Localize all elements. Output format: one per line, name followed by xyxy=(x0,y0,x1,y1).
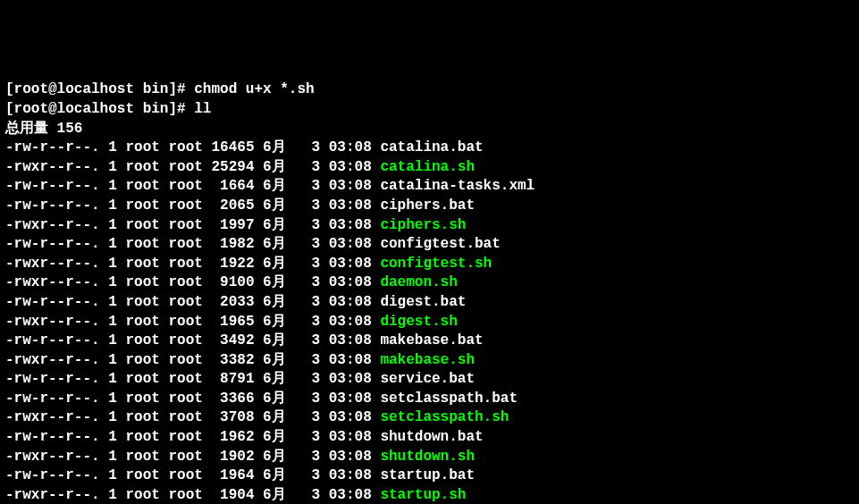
file-time: 03:08 xyxy=(329,217,372,233)
terminal-output[interactable]: [root@localhost bin]# chmod u+x *.sh[roo… xyxy=(5,80,854,504)
file-links: 1 xyxy=(108,371,117,387)
file-size: 3708 xyxy=(211,409,254,425)
file-size: 25294 xyxy=(211,159,254,175)
file-month: 6月 xyxy=(263,371,286,387)
file-name: ciphers.bat xyxy=(380,197,475,214)
file-size: 3382 xyxy=(211,352,254,368)
file-time: 03:08 xyxy=(329,256,372,272)
file-day: 3 xyxy=(294,294,320,310)
file-owner: root xyxy=(125,274,159,290)
file-owner: root xyxy=(125,332,159,349)
file-group: root xyxy=(168,314,202,330)
file-day: 3 xyxy=(294,449,320,465)
file-time: 03:08 xyxy=(329,467,372,483)
file-name: shutdown.sh xyxy=(380,449,475,465)
file-permissions: -rw-r--r--. xyxy=(5,332,100,349)
file-row: -rwxr--r--. 1 root root 1902 6月 3 03:08 … xyxy=(5,448,854,467)
file-month: 6月 xyxy=(263,391,286,407)
file-permissions: -rw-r--r--. xyxy=(5,139,100,155)
file-links: 1 xyxy=(108,217,117,233)
file-row: -rwxr--r--. 1 root root 9100 6月 3 03:08 … xyxy=(5,273,854,293)
file-group: root xyxy=(168,236,202,252)
file-time: 03:08 xyxy=(329,371,372,387)
file-name: catalina.bat xyxy=(380,139,483,155)
file-links: 1 xyxy=(108,139,117,155)
file-month: 6月 xyxy=(263,139,286,155)
file-day: 3 xyxy=(294,159,320,175)
file-group: root xyxy=(168,217,202,233)
file-month: 6月 xyxy=(263,352,286,368)
file-day: 3 xyxy=(294,197,320,214)
file-row: -rw-r--r--. 1 root root 1664 6月 3 03:08 … xyxy=(5,177,854,197)
file-month: 6月 xyxy=(263,217,286,233)
file-listing: -rw-r--r--. 1 root root 16465 6月 3 03:08… xyxy=(5,139,854,504)
file-size: 1964 xyxy=(211,467,254,483)
file-month: 6月 xyxy=(263,449,286,465)
file-time: 03:08 xyxy=(329,274,372,290)
file-day: 3 xyxy=(294,178,320,194)
file-size: 1664 xyxy=(211,178,254,194)
file-time: 03:08 xyxy=(329,332,372,349)
file-owner: root xyxy=(125,314,159,330)
file-row: -rwxr--r--. 1 root root 1904 6月 3 03:08 … xyxy=(5,486,854,504)
file-group: root xyxy=(168,159,202,175)
file-permissions: -rw-r--r--. xyxy=(5,429,100,445)
command-text: ll xyxy=(194,101,211,117)
file-day: 3 xyxy=(294,352,320,368)
file-day: 3 xyxy=(294,409,320,425)
file-row: -rwxr--r--. 1 root root 1997 6月 3 03:08 … xyxy=(5,216,854,236)
file-owner: root xyxy=(125,352,159,368)
file-size: 1904 xyxy=(211,487,254,503)
file-name: service.bat xyxy=(380,371,475,387)
file-month: 6月 xyxy=(263,487,286,503)
file-size: 1902 xyxy=(211,449,254,465)
file-permissions: -rwxr--r--. xyxy=(5,314,100,330)
file-time: 03:08 xyxy=(329,352,372,368)
file-owner: root xyxy=(125,139,159,155)
file-month: 6月 xyxy=(263,159,286,175)
file-owner: root xyxy=(125,236,159,252)
file-links: 1 xyxy=(108,178,117,194)
file-month: 6月 xyxy=(263,332,286,349)
file-month: 6月 xyxy=(263,236,286,252)
file-day: 3 xyxy=(294,139,320,155)
file-name: ciphers.sh xyxy=(380,217,466,233)
file-month: 6月 xyxy=(263,314,286,330)
file-links: 1 xyxy=(108,352,117,368)
command-text: chmod u+x *.sh xyxy=(194,81,314,97)
file-row: -rw-r--r--. 1 root root 16465 6月 3 03:08… xyxy=(5,139,854,158)
file-day: 3 xyxy=(294,429,320,445)
file-owner: root xyxy=(125,449,159,465)
file-links: 1 xyxy=(108,332,117,349)
file-time: 03:08 xyxy=(329,178,372,194)
file-permissions: -rwxr--r--. xyxy=(5,409,100,425)
file-owner: root xyxy=(125,467,159,483)
file-size: 3492 xyxy=(211,332,254,349)
file-time: 03:08 xyxy=(329,314,372,330)
file-name: setclasspath.sh xyxy=(380,409,509,425)
file-name: configtest.bat xyxy=(380,236,500,252)
file-permissions: -rw-r--r--. xyxy=(5,178,100,194)
file-links: 1 xyxy=(108,294,117,310)
file-links: 1 xyxy=(108,256,117,272)
file-name: daemon.sh xyxy=(380,274,457,290)
file-month: 6月 xyxy=(263,294,286,310)
file-time: 03:08 xyxy=(329,391,372,407)
file-owner: root xyxy=(125,197,159,214)
file-day: 3 xyxy=(294,217,320,233)
file-permissions: -rw-r--r--. xyxy=(5,391,100,407)
file-time: 03:08 xyxy=(329,294,372,310)
file-links: 1 xyxy=(108,487,117,503)
file-size: 8791 xyxy=(211,371,254,387)
file-size: 1982 xyxy=(211,236,254,252)
file-group: root xyxy=(168,391,202,407)
file-name: setclasspath.bat xyxy=(380,391,518,407)
file-links: 1 xyxy=(108,449,117,465)
file-row: -rwxr--r--. 1 root root 3708 6月 3 03:08 … xyxy=(5,408,854,428)
file-month: 6月 xyxy=(263,409,286,425)
file-size: 2033 xyxy=(211,294,254,310)
file-permissions: -rw-r--r--. xyxy=(5,236,100,252)
file-permissions: -rwxr--r--. xyxy=(5,352,100,368)
file-owner: root xyxy=(125,487,159,503)
file-group: root xyxy=(168,197,202,214)
